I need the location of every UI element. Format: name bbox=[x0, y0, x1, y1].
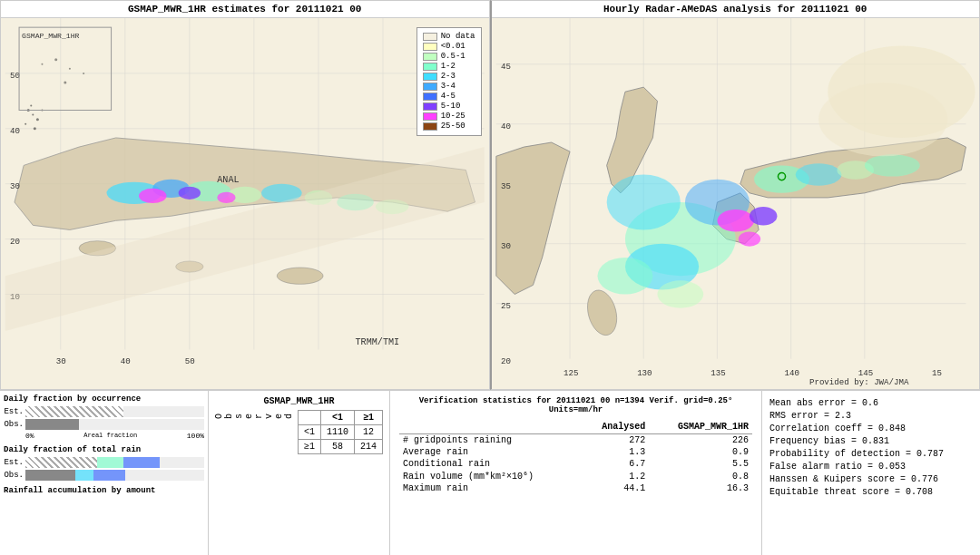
stats-row-0: # gridpoints raining 272 226 bbox=[399, 434, 752, 447]
svg-point-69 bbox=[717, 209, 754, 231]
stat-hk-score: Hanssen & Kuipers score = 0.776 bbox=[769, 474, 973, 484]
bar-container-est1 bbox=[25, 406, 204, 417]
svg-text:45: 45 bbox=[500, 62, 510, 72]
stats-val2-0: 226 bbox=[649, 434, 752, 447]
x-label-mid: Areal fraction bbox=[83, 432, 137, 440]
observed-label: Observed bbox=[214, 410, 294, 423]
svg-text:125: 125 bbox=[563, 368, 577, 378]
cell-a: 1110 bbox=[321, 425, 355, 440]
svg-point-47 bbox=[69, 68, 71, 70]
top-section: GSMAP_MWR_1HR estimates for 20111021 00 bbox=[0, 0, 980, 390]
left-map-content: 50 40 30 20 10 30 40 50 ANAL TRMM/TMI bbox=[1, 18, 489, 386]
chart-title-1: Daily fraction by occurrence bbox=[4, 394, 204, 404]
legend-10-25: 10-25 bbox=[423, 112, 475, 121]
svg-text:TRMM/TMI: TRMM/TMI bbox=[356, 337, 400, 347]
svg-point-46 bbox=[54, 58, 57, 61]
bar-label-est2: Est. bbox=[4, 458, 24, 467]
legend-box: No data <0.01 0.5-1 1-2 bbox=[416, 27, 482, 136]
svg-point-29 bbox=[36, 118, 39, 121]
svg-text:130: 130 bbox=[637, 368, 652, 378]
stats-col-analysed: Analysed bbox=[582, 420, 649, 433]
chart-title-2: Daily fraction of total rain bbox=[4, 445, 204, 454]
bar-row-est1: Est. bbox=[4, 406, 204, 417]
stat-correlation: Correlation coeff = 0.848 bbox=[769, 424, 973, 433]
svg-text:30: 30 bbox=[10, 181, 20, 191]
svg-point-28 bbox=[30, 104, 32, 106]
col-lt1-header: <1 bbox=[321, 411, 355, 425]
stat-mean-abs-error: Mean abs error = 0.6 bbox=[769, 398, 973, 408]
stats-val1-2: 6.7 bbox=[582, 458, 649, 470]
svg-text:140: 140 bbox=[784, 368, 799, 378]
right-map-title: Hourly Radar-AMeDAS analysis for 2011102… bbox=[492, 1, 980, 18]
stats-header-row: Analysed GSMAP_MWR_1HR bbox=[399, 420, 752, 433]
legend-05-1: 0.5-1 bbox=[423, 52, 475, 61]
main-container: GSMAP_MWR_1HR estimates for 20111021 00 bbox=[0, 0, 980, 555]
stats-label-0: # gridpoints raining bbox=[399, 434, 582, 447]
svg-point-66 bbox=[795, 163, 841, 185]
x-label-left: 0% bbox=[25, 432, 34, 440]
right-map-panel: Hourly Radar-AMeDAS analysis for 2011102… bbox=[490, 0, 981, 390]
left-map-title: GSMAP_MWR_1HR estimates for 20111021 00 bbox=[1, 1, 489, 18]
stats-val1-0: 272 bbox=[582, 434, 649, 447]
svg-point-49 bbox=[64, 82, 66, 84]
svg-text:ANAL: ANAL bbox=[217, 175, 239, 185]
svg-text:135: 135 bbox=[710, 368, 725, 378]
legend-4-5: 4-5 bbox=[423, 92, 475, 101]
contingency-table: <1 ≥1 <1 1110 12 ≥1 bbox=[298, 410, 383, 454]
svg-text:20: 20 bbox=[10, 237, 20, 247]
svg-point-73 bbox=[597, 258, 652, 295]
stats-col-gsmap: GSMAP_MWR_1HR bbox=[649, 420, 752, 433]
svg-point-74 bbox=[657, 280, 703, 307]
stats-val2-3: 0.8 bbox=[649, 470, 752, 482]
svg-point-48 bbox=[83, 73, 84, 74]
col-ge1-header: ≥1 bbox=[355, 411, 383, 425]
stats-panel: Verification statistics for 20111021 00 … bbox=[390, 391, 762, 555]
left-map-panel: GSMAP_MWR_1HR estimates for 20111021 00 bbox=[0, 0, 490, 390]
col-empty bbox=[299, 411, 321, 425]
stat-freq-bias: Frequency bias = 0.831 bbox=[769, 436, 973, 446]
legend-lt001: <0.01 bbox=[423, 42, 475, 51]
svg-text:15: 15 bbox=[931, 368, 941, 378]
contingency-panel: GSMAP_MWR_1HR Observed <1 ≥1 bbox=[209, 391, 390, 555]
legend-2-3: 2-3 bbox=[423, 72, 475, 81]
contingency-wrapper: Observed <1 ≥1 <1 bbox=[214, 410, 384, 454]
svg-text:50: 50 bbox=[185, 356, 195, 366]
svg-text:Provided by: JWA/JMA: Provided by: JWA/JMA bbox=[808, 377, 908, 386]
stats-val1-3: 1.2 bbox=[582, 470, 649, 482]
stats-val1-4: 44.1 bbox=[582, 482, 649, 494]
bar-label-obs2: Obs. bbox=[4, 471, 24, 480]
bar-row-est2: Est. bbox=[4, 457, 204, 468]
svg-text:30: 30 bbox=[500, 241, 510, 251]
bar-label-est1: Est. bbox=[4, 407, 24, 416]
svg-point-24 bbox=[179, 187, 201, 200]
stats-label-2: Conditional rain bbox=[399, 458, 582, 470]
row-ge1-label: ≥1 bbox=[299, 440, 321, 454]
stats-row-1: Average rain 1.3 0.9 bbox=[399, 446, 752, 458]
bar-container-est2 bbox=[25, 457, 204, 468]
contingency-row-lt1: <1 1110 12 bbox=[299, 425, 383, 440]
stat-ets: Equitable threat score = 0.708 bbox=[769, 487, 973, 497]
svg-point-25 bbox=[217, 192, 235, 203]
legend-3-4: 3-4 bbox=[423, 82, 475, 91]
svg-point-14 bbox=[277, 268, 323, 284]
cell-b: 12 bbox=[355, 425, 383, 440]
svg-text:50: 50 bbox=[10, 71, 20, 81]
svg-point-76 bbox=[818, 83, 947, 156]
svg-text:GSMAP_MWR_1HR: GSMAP_MWR_1HR bbox=[22, 32, 79, 40]
bar-row-obs2: Obs. bbox=[4, 470, 204, 481]
stats-label-3: Rain volume (mm*km²×10⁶) bbox=[399, 470, 582, 482]
bar-row-obs1: Obs. bbox=[4, 419, 204, 430]
stats-row-2: Conditional rain 6.7 5.5 bbox=[399, 458, 752, 470]
bottom-section: Daily fraction by occurrence Est. Obs. bbox=[0, 390, 980, 555]
svg-text:40: 40 bbox=[121, 356, 131, 366]
stats-val2-1: 0.9 bbox=[649, 446, 752, 458]
stat-far: False alarm ratio = 0.053 bbox=[769, 462, 973, 472]
row-lt1-label: <1 bbox=[299, 425, 321, 440]
stats-title: Verification statistics for 20111021 00 … bbox=[399, 396, 752, 414]
chart-panel: Daily fraction by occurrence Est. Obs. bbox=[0, 391, 209, 555]
stats-val2-4: 16.3 bbox=[649, 482, 752, 494]
svg-point-45 bbox=[41, 63, 43, 65]
right-map-content: 45 40 35 30 25 20 125 130 135 140 145 15… bbox=[492, 18, 980, 386]
svg-point-32 bbox=[34, 127, 36, 130]
svg-text:20: 20 bbox=[500, 356, 510, 366]
